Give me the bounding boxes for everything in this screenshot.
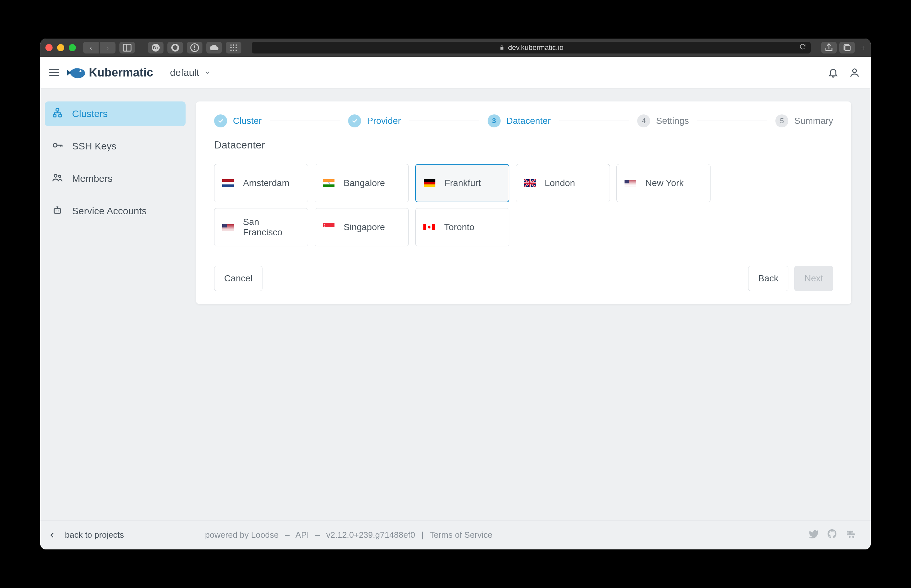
svg-point-38 [233, 44, 234, 46]
app-footer: back to projects powered by Loodse – API… [40, 520, 871, 549]
svg-point-48 [853, 69, 856, 72]
svg-point-40 [230, 47, 232, 48]
datacenter-amsterdam[interactable]: Amsterdam [214, 164, 308, 202]
tos-link[interactable]: Terms of Service [430, 530, 493, 540]
flag-de-icon [424, 179, 435, 187]
step-datacenter[interactable]: 3Datacenter [488, 115, 551, 128]
project-name: default [170, 67, 199, 78]
datacenter-san-francisco[interactable]: San Francisco [214, 208, 308, 246]
step-provider[interactable]: Provider [348, 115, 401, 128]
flag-in-icon [323, 179, 334, 187]
members-icon [52, 172, 63, 186]
new-tab-button[interactable]: + [861, 43, 866, 53]
ext-button-3[interactable] [187, 42, 203, 53]
back-to-projects-link[interactable]: back to projects [49, 530, 124, 540]
loodse-link[interactable]: Loodse [251, 530, 279, 540]
sidebar: ClustersSSH KeysMembersService Accounts [40, 89, 196, 520]
next-button[interactable]: Next [794, 266, 833, 291]
ext-button-cloud[interactable] [206, 42, 222, 53]
reload-button[interactable] [799, 43, 806, 52]
share-button[interactable] [821, 42, 837, 53]
section-title: Datacenter [214, 139, 833, 151]
datacenter-new-york[interactable]: New York [616, 164, 710, 202]
user-icon [849, 67, 860, 78]
sidebar-item-ssh-keys[interactable]: SSH Keys [45, 134, 186, 158]
ext-button-1[interactable]: B+ [148, 42, 164, 53]
back-button-wizard[interactable]: Back [748, 266, 788, 291]
datacenter-singapore[interactable]: Singapore [315, 208, 409, 246]
svg-rect-50 [53, 115, 56, 117]
slack-link[interactable] [846, 528, 856, 542]
twitter-icon [808, 528, 819, 540]
svg-text:B+: B+ [153, 45, 159, 50]
cancel-button[interactable]: Cancel [214, 266, 263, 291]
step-label: Summary [794, 116, 833, 126]
footer-info: powered by Loodse – API – v2.12.0+239.g7… [124, 530, 808, 540]
social-links [808, 528, 856, 542]
zoom-window-button[interactable] [69, 44, 76, 51]
datacenter-label: Bangalore [344, 178, 385, 188]
app-header: Kubermatic default [40, 57, 871, 89]
sidebar-item-label: Clusters [72, 108, 108, 119]
step-label: Settings [656, 116, 689, 126]
sidebar-item-members[interactable]: Members [45, 166, 186, 191]
datacenter-toronto[interactable]: Toronto [415, 208, 509, 246]
svg-point-53 [54, 174, 57, 177]
chevron-left-icon [49, 531, 56, 539]
minimize-window-button[interactable] [57, 44, 64, 51]
back-button[interactable]: ‹ [83, 42, 99, 53]
lock-icon [499, 45, 505, 50]
ext-button-2[interactable] [167, 42, 183, 53]
github-link[interactable] [827, 528, 838, 542]
tabs-button[interactable] [839, 42, 855, 53]
brand-name: Kubermatic [89, 66, 153, 79]
url-text: dev.kubermatic.io [508, 44, 564, 52]
window-controls [45, 44, 76, 51]
datacenter-label: San Francisco [243, 217, 300, 237]
api-link[interactable]: API [295, 530, 309, 540]
svg-point-41 [233, 47, 234, 48]
notifications-button[interactable] [826, 65, 840, 80]
svg-point-44 [233, 50, 234, 51]
stepper: ClusterProvider3Datacenter4Settings5Summ… [214, 115, 833, 128]
svg-point-36 [195, 49, 195, 50]
sidebar-item-clusters[interactable]: Clusters [45, 102, 186, 126]
datacenter-bangalore[interactable]: Bangalore [315, 164, 409, 202]
menu-toggle-button[interactable] [49, 69, 59, 76]
step-label: Provider [367, 116, 401, 126]
twitter-link[interactable] [808, 528, 819, 542]
app-body: ClustersSSH KeysMembersService Accounts … [40, 89, 871, 520]
datacenter-label: New York [645, 178, 684, 188]
project-selector[interactable]: default [170, 67, 211, 78]
step-number: 5 [775, 115, 788, 128]
back-to-projects-label: back to projects [65, 530, 124, 540]
close-window-button[interactable] [45, 44, 53, 51]
svg-point-43 [230, 50, 232, 51]
forward-button[interactable]: › [100, 42, 115, 53]
svg-rect-30 [123, 44, 131, 51]
flag-us-icon [624, 179, 636, 187]
sidebar-item-label: Members [72, 173, 113, 184]
sidebar-item-label: SSH Keys [72, 141, 117, 152]
sidebar-item-label: Service Accounts [72, 205, 147, 216]
wizard-footer: Cancel Back Next [214, 266, 833, 291]
user-menu-button[interactable] [848, 65, 862, 80]
datacenter-label: Toronto [444, 222, 474, 233]
svg-rect-46 [845, 45, 850, 50]
step-number: 3 [488, 115, 501, 128]
svg-point-39 [235, 44, 237, 46]
url-bar[interactable]: dev.kubermatic.io [252, 42, 811, 53]
svg-rect-51 [59, 115, 62, 117]
step-cluster[interactable]: Cluster [214, 115, 262, 128]
datacenter-grid: AmsterdamBangaloreFrankfurtLondonNew Yor… [214, 164, 833, 246]
datacenter-london[interactable]: London [516, 164, 610, 202]
slack-icon [846, 528, 856, 540]
datacenter-label: Singapore [344, 222, 385, 233]
sidebar-item-service-accounts[interactable]: Service Accounts [45, 199, 186, 223]
powered-by-prefix: powered by [205, 530, 251, 540]
svg-point-45 [235, 50, 237, 51]
ext-button-grid[interactable] [226, 42, 242, 53]
brand-logo[interactable]: Kubermatic [66, 65, 153, 80]
sidebar-toggle-button[interactable] [119, 42, 135, 53]
datacenter-frankfurt[interactable]: Frankfurt [415, 164, 509, 202]
